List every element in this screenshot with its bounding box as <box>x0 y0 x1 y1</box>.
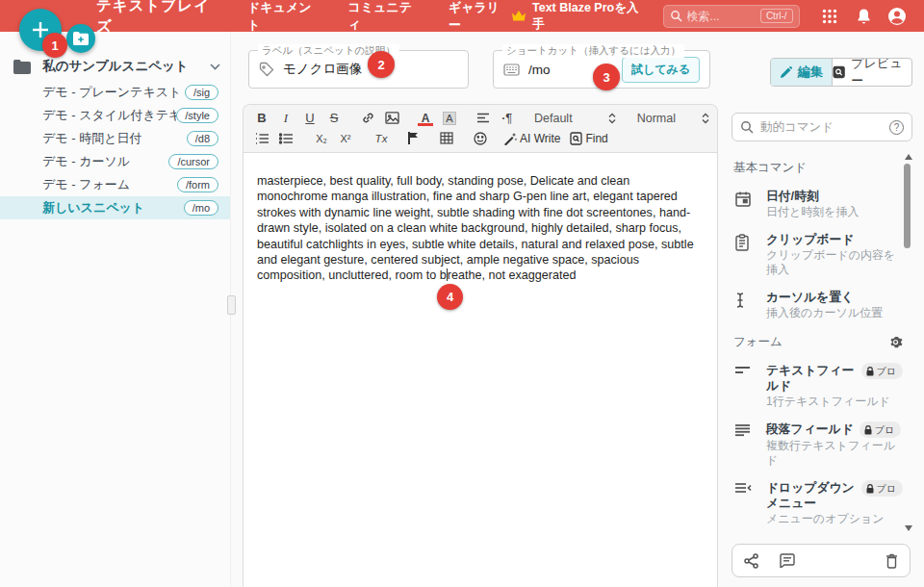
apps-grid-icon[interactable] <box>813 0 847 32</box>
try-it-button[interactable]: 試してみる <box>622 57 700 83</box>
edit-tab[interactable]: 編集 <box>771 59 833 86</box>
sidebar-item-new-snippet-selected[interactable]: 新しいスニペット /mo <box>0 196 230 219</box>
nav-community[interactable]: コミュニティ <box>347 0 423 34</box>
section-basic-commands: 基本コマンド <box>733 160 903 176</box>
nav-gallery[interactable]: ギャラリー <box>449 0 511 34</box>
paragraph-style-value: Normal <box>637 112 698 125</box>
paragraph-field-icon <box>732 421 766 468</box>
superscript-button[interactable]: X² <box>335 129 356 148</box>
lock-icon <box>866 367 874 376</box>
new-folder-button[interactable] <box>66 24 95 53</box>
snippet-shortcut-pill: /sig <box>185 85 218 100</box>
dynamic-command-search[interactable]: ? <box>732 113 912 141</box>
text-direction-button[interactable]: •¶ <box>497 109 518 128</box>
subscript-button[interactable]: X₂ <box>311 129 332 148</box>
command-desc: メニューのオプション <box>766 512 903 526</box>
snippet-label: デモ - フォーム <box>42 176 177 193</box>
scroll-down-arrow[interactable] <box>905 525 912 531</box>
strikethrough-button[interactable]: S <box>323 109 345 128</box>
snippet-label-field[interactable]: ラベル（スニペットの説明） モノクロ画像 <box>248 50 469 89</box>
ai-write-button[interactable]: AI Write <box>503 132 560 145</box>
italic-button[interactable]: I <box>275 109 296 128</box>
comment-icon[interactable] <box>780 553 795 568</box>
snippet-label: デモ - 時間と日付 <box>42 130 187 147</box>
find-button[interactable]: Find <box>570 132 607 145</box>
command-desc: クリップボードの内容を挿入 <box>766 248 903 277</box>
chevron-down-icon[interactable] <box>210 64 220 70</box>
command-title: ドロップダウンメニュー <box>766 480 856 511</box>
sidebar-item-plain-text[interactable]: デモ - プレーンテキスト /sig <box>0 81 230 104</box>
bold-button[interactable]: B <box>251 109 272 128</box>
help-icon[interactable]: ? <box>889 120 904 135</box>
notifications-bell-icon[interactable] <box>847 0 881 32</box>
highlight-letter: A <box>443 112 455 125</box>
form-settings-gear-icon[interactable] <box>888 335 903 349</box>
snippet-shortcut-pill: /mo <box>184 200 218 216</box>
command-place-cursor[interactable]: カーソルを置く 挿入後のカーソル位置 <box>732 290 903 320</box>
font-color-button[interactable]: A <box>415 109 436 128</box>
snippet-label: デモ - スタイル付きテキス... <box>42 107 176 124</box>
command-clipboard[interactable]: クリップボード クリップボードの内容を挿入 <box>732 232 903 277</box>
section-form-header: フォーム <box>733 334 903 350</box>
underline-button[interactable]: U <box>299 109 321 128</box>
command-date-time[interactable]: 日付/時刻 日付と時刻を挿入 <box>732 189 903 219</box>
clear-formatting-button[interactable]: Tx <box>371 129 392 148</box>
app-title: テキストブレイズ <box>96 0 224 37</box>
highlight-color-button[interactable]: A <box>439 109 460 128</box>
folder-my-sample-snippets[interactable]: 私のサンプルスニペット <box>13 58 220 75</box>
account-avatar-icon[interactable] <box>881 0 914 32</box>
paragraph-mark: ¶ <box>505 111 512 125</box>
format-flag-icon[interactable] <box>402 129 424 148</box>
link-icon[interactable] <box>357 109 378 128</box>
get-pro-label: Text Blaze Proを入手 <box>532 0 648 33</box>
insert-image-icon[interactable] <box>381 109 402 128</box>
pro-badge: プロ <box>860 421 901 438</box>
paragraph-style-select[interactable]: Normal <box>637 112 709 125</box>
share-icon[interactable] <box>744 553 758 569</box>
command-list-scrollbar[interactable] <box>903 154 912 531</box>
ai-write-label: AI Write <box>520 132 560 145</box>
command-desc: 複数行テキストフィールド <box>766 439 903 468</box>
font-family-select[interactable]: Default <box>534 112 616 125</box>
snippet-label: 新しいスニペット <box>42 199 184 217</box>
sidebar-item-date-time[interactable]: デモ - 時間と日付 /d8 <box>0 127 230 150</box>
snippet-shortcut-pill: /cursor <box>168 154 218 169</box>
ordered-list-icon[interactable] <box>251 129 272 148</box>
header-search[interactable]: Ctrl-/ <box>663 5 800 28</box>
sidebar-item-cursor[interactable]: デモ - カーソル /cursor <box>0 150 230 173</box>
search-input[interactable] <box>687 10 760 23</box>
scrollbar-thumb[interactable] <box>904 164 911 248</box>
snippet-label: デモ - プレーンテキスト <box>42 84 185 101</box>
preview-tab[interactable]: プレビュー <box>833 59 911 86</box>
emoji-icon[interactable] <box>470 129 491 148</box>
command-desc: 1行テキストフィールド <box>766 395 903 409</box>
command-desc: 日付と時刻を挿入 <box>766 205 903 219</box>
line-spacing-icon[interactable] <box>473 109 494 128</box>
scroll-up-arrow[interactable] <box>905 154 912 160</box>
bulleted-list-icon[interactable] <box>275 129 296 148</box>
command-paragraph-field[interactable]: 段落フィールド プロ 複数行テキストフィールド <box>732 421 903 468</box>
keyboard-icon <box>503 64 520 76</box>
preview-icon <box>833 65 845 79</box>
snippet-editor: B I U S A A <box>243 104 718 587</box>
insert-table-icon[interactable] <box>436 129 457 148</box>
edit-tab-label: 編集 <box>798 64 823 81</box>
get-pro-button[interactable]: Text Blaze Proを入手 <box>511 0 648 33</box>
nav-documents[interactable]: ドキュメント <box>247 0 322 34</box>
folder-label: 私のサンプルスニペット <box>42 58 210 75</box>
snippet-label: デモ - カーソル <box>42 153 168 170</box>
step-badge-3: 3 <box>593 64 620 90</box>
trash-icon[interactable] <box>886 553 898 569</box>
sidebar-item-form[interactable]: デモ - フォーム /form <box>0 173 230 196</box>
preview-tab-label: プレビュー <box>851 58 911 87</box>
snippet-text: reathe, not exaggerated <box>448 268 577 282</box>
dynamic-command-input[interactable] <box>760 120 889 134</box>
snippet-content-editor[interactable]: masterpiece, best quality, full body, st… <box>244 153 717 284</box>
command-text-field[interactable]: テキストフィールド プロ 1行テキストフィールド <box>732 363 903 409</box>
command-dropdown-menu[interactable]: ドロップダウンメニュー プロ メニューのオプション <box>732 480 903 526</box>
pro-badge: プロ <box>861 363 903 379</box>
snippet-actions-bar <box>732 544 911 577</box>
sidebar-item-styled-text[interactable]: デモ - スタイル付きテキス... /style <box>0 104 230 127</box>
snippet-shortcut-pill: /d8 <box>187 131 218 146</box>
sidebar-resize-handle[interactable] <box>227 295 236 315</box>
